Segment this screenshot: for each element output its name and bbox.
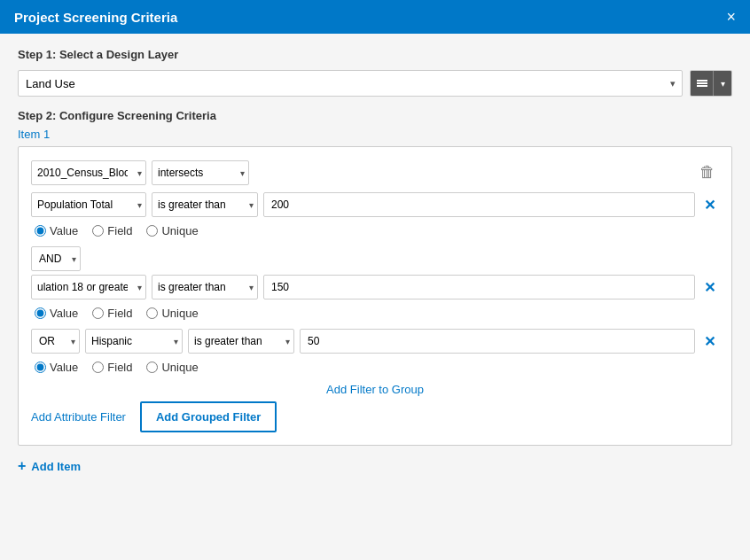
filter2-field-radio-label[interactable]: Field <box>92 307 132 320</box>
filter3-value-radio[interactable] <box>35 362 46 373</box>
filter3-field-select[interactable]: Hispanic <box>85 329 183 354</box>
filter2-field-radio[interactable] <box>92 307 104 319</box>
step1-label: Step 1: Select a Design Layer <box>18 48 732 61</box>
svg-rect-2 <box>697 85 707 87</box>
filter1-radio-row: Value Field Unique <box>31 224 719 237</box>
add-filter-to-group-link[interactable]: Add Filter to Group <box>31 383 719 396</box>
logic-and-row: AND OR <box>31 246 719 271</box>
filter1-field-radio[interactable] <box>92 225 104 237</box>
filter1-value-radio[interactable] <box>35 225 46 237</box>
layer-icon-group: ▾ <box>690 70 732 97</box>
item-label: Item 1 <box>18 128 732 141</box>
or-logic-select[interactable]: OR AND <box>31 329 80 354</box>
filter2-value-radio[interactable] <box>35 307 46 319</box>
add-item-row[interactable]: + Add Item <box>18 458 732 474</box>
filter2-field-wrap: ulation 18 or greater <box>31 275 146 299</box>
filter2-value-input[interactable] <box>263 275 695 299</box>
delete-spatial-filter-button[interactable]: 🗑 <box>696 159 719 185</box>
filter1-unique-radio-label[interactable]: Unique <box>146 224 198 237</box>
filter1-value-input[interactable] <box>263 192 695 217</box>
and-logic-wrap: AND OR <box>31 246 81 271</box>
filter-row-1: Population Total is greater than is less… <box>31 192 719 217</box>
filter2-radio-row: Value Field Unique <box>31 307 719 320</box>
spatial-op-select[interactable]: intersects does not intersect <box>152 160 249 185</box>
filter3-op-wrap: is greater than is less than equals <box>188 329 294 354</box>
dialog-header: Project Screening Criteria × <box>0 0 750 34</box>
filter1-op-wrap: is greater than is less than equals <box>152 192 258 217</box>
layer-dropdown-button[interactable]: ▾ <box>714 71 731 96</box>
filter1-unique-radio[interactable] <box>146 225 158 237</box>
filter1-field-radio-label[interactable]: Field <box>92 224 132 237</box>
remove-filter2-button[interactable]: ✕ <box>700 276 719 299</box>
filter3-value-input[interactable] <box>300 329 695 354</box>
filter3-unique-radio[interactable] <box>146 362 158 373</box>
filter3-value-radio-label[interactable]: Value <box>35 361 78 374</box>
filter-row-2: ulation 18 or greater is greater than is… <box>31 275 719 299</box>
add-grouped-filter-button[interactable]: Add Grouped Filter <box>140 401 277 432</box>
filter2-unique-radio-label[interactable]: Unique <box>146 307 198 320</box>
filter3-field-wrap: Hispanic <box>85 329 183 354</box>
criteria-box: 2010_Census_Blocks intersects does not i… <box>18 146 732 446</box>
filter2-field-select[interactable]: ulation 18 or greater <box>31 275 146 299</box>
dialog-title: Project Screening Criteria <box>14 10 177 25</box>
add-item-label: Add Item <box>31 460 81 473</box>
plus-icon: + <box>18 458 26 474</box>
filter3-field-radio[interactable] <box>92 362 104 373</box>
project-screening-criteria-dialog: Project Screening Criteria × Step 1: Sel… <box>0 0 750 560</box>
layer-select[interactable]: Land Use Roads Parcels <box>18 70 683 97</box>
filter1-value-radio-label[interactable]: Value <box>35 224 78 237</box>
spatial-filter-row: 2010_Census_Blocks intersects does not i… <box>31 159 719 185</box>
filter3-unique-radio-label[interactable]: Unique <box>146 361 198 374</box>
layer-icon-button[interactable] <box>691 71 714 96</box>
filter-row-3: OR AND Hispanic is greater than is less … <box>31 329 719 354</box>
filter2-unique-radio[interactable] <box>146 307 158 319</box>
dialog-body: Step 1: Select a Design Layer Land Use R… <box>0 34 750 560</box>
filter2-op-select[interactable]: is greater than is less than equals <box>152 275 258 299</box>
bottom-actions: Add Attribute Filter Add Grouped Filter <box>31 401 719 432</box>
close-button[interactable]: × <box>726 9 736 25</box>
x-icon: ✕ <box>704 197 715 214</box>
layer-select-wrapper: Land Use Roads Parcels <box>18 70 683 97</box>
x-icon-2: ✕ <box>704 279 715 296</box>
filter3-radio-row: Value Field Unique <box>31 361 719 374</box>
or-logic-wrap: OR AND <box>31 329 80 354</box>
svg-rect-1 <box>697 82 707 84</box>
filter2-op-wrap: is greater than is less than equals <box>152 275 258 299</box>
spatial-op-wrap: intersects does not intersect <box>152 160 249 185</box>
filter1-field-select[interactable]: Population Total <box>31 192 146 217</box>
step1-row: Land Use Roads Parcels ▾ <box>18 70 732 97</box>
filter3-op-select[interactable]: is greater than is less than equals <box>188 329 294 354</box>
filter1-op-select[interactable]: is greater than is less than equals <box>152 192 258 217</box>
filter3-field-radio-label[interactable]: Field <box>92 361 132 374</box>
svg-rect-0 <box>697 80 707 82</box>
and-logic-select[interactable]: AND OR <box>31 246 81 271</box>
add-attribute-filter-button[interactable]: Add Attribute Filter <box>31 407 126 427</box>
x-icon-3: ✕ <box>704 333 715 350</box>
step2-label: Step 2: Configure Screening Criteria <box>18 109 732 122</box>
filter2-value-radio-label[interactable]: Value <box>35 307 78 320</box>
remove-filter1-button[interactable]: ✕ <box>700 193 719 217</box>
trash-icon: 🗑 <box>699 163 715 182</box>
spatial-field-wrap: 2010_Census_Blocks <box>31 160 146 185</box>
filter1-field-wrap: Population Total <box>31 192 146 217</box>
spatial-field-select[interactable]: 2010_Census_Blocks <box>31 160 146 185</box>
remove-filter3-button[interactable]: ✕ <box>700 330 719 354</box>
